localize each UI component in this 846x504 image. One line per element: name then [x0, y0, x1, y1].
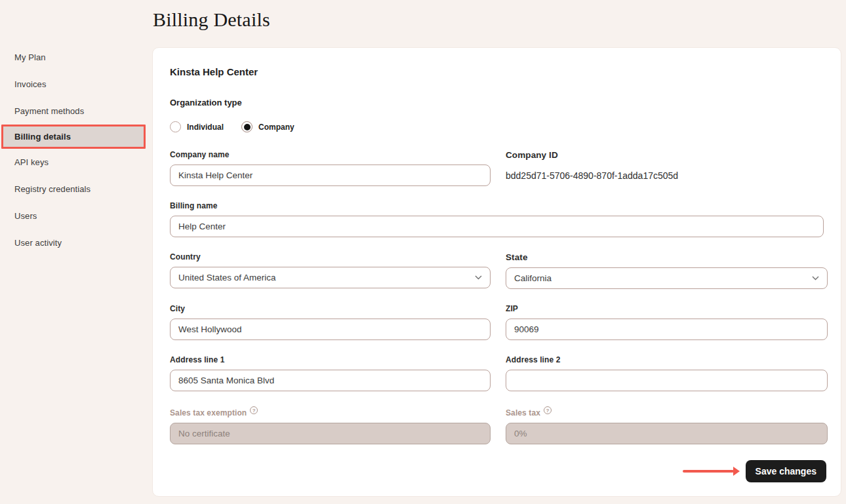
sidebar-item-billing-details[interactable]: Billing details — [1, 125, 146, 149]
zip-input[interactable] — [506, 319, 828, 340]
city-label: City — [170, 304, 491, 313]
radio-individual-label: Individual — [187, 123, 224, 132]
radio-company-label: Company — [258, 123, 294, 132]
address-line-2-label: Address line 2 — [506, 355, 828, 364]
sidebar-item-registry-credentials[interactable]: Registry credentials — [0, 176, 152, 203]
sidebar-item-api-keys[interactable]: API keys — [0, 149, 152, 176]
address-line-2-field-group: Address line 2 — [506, 355, 828, 391]
info-icon: ? — [544, 406, 552, 414]
state-select-value: California — [514, 273, 552, 283]
sales-tax-exemption-label: Sales tax exemption? — [170, 406, 491, 417]
company-name-input[interactable] — [170, 165, 491, 186]
radio-company[interactable] — [241, 121, 252, 132]
sales-tax-exemption-input — [170, 423, 491, 444]
billing-name-field-group: Billing name — [170, 201, 824, 237]
sidebar-item-invoices[interactable]: Invoices — [0, 71, 152, 98]
address-line-1-label: Address line 1 — [170, 355, 491, 364]
billing-name-label: Billing name — [170, 201, 824, 210]
state-field-group: State California — [506, 252, 828, 289]
organization-type-radio-group: Individual Company — [170, 121, 824, 132]
zip-field-group: ZIP — [506, 304, 828, 340]
sidebar-item-user-activity[interactable]: User activity — [0, 229, 152, 256]
radio-individual[interactable] — [170, 121, 181, 132]
chevron-down-icon — [812, 276, 819, 281]
sidebar-nav: My Plan Invoices Payment methods Billing… — [0, 44, 152, 256]
sidebar-item-my-plan[interactable]: My Plan — [0, 44, 152, 71]
sales-tax-field-group: Sales tax? — [506, 406, 828, 444]
sales-tax-input — [506, 423, 828, 444]
sidebar-item-payment-methods[interactable]: Payment methods — [0, 98, 152, 125]
zip-label: ZIP — [506, 304, 828, 313]
country-select[interactable]: United States of America — [170, 267, 491, 288]
billing-name-input[interactable] — [170, 216, 824, 237]
radio-option-company[interactable]: Company — [241, 121, 294, 132]
page-title: Billing Details — [153, 9, 270, 31]
address-line-2-input[interactable] — [506, 370, 828, 391]
company-id-label: Company ID — [506, 150, 828, 160]
billing-details-card: Kinsta Help Center Organization type Ind… — [152, 47, 841, 497]
annotation-arrow-icon — [683, 467, 740, 476]
state-select[interactable]: California — [506, 267, 828, 289]
country-select-value: United States of America — [178, 273, 276, 282]
organization-type-label: Organization type — [170, 98, 824, 107]
company-id-group: Company ID bdd25d71-5706-4890-870f-1adda… — [506, 150, 828, 186]
save-changes-button[interactable]: Save changes — [746, 460, 826, 482]
sales-tax-label: Sales tax? — [506, 406, 828, 417]
sales-tax-exemption-field-group: Sales tax exemption? — [170, 406, 491, 444]
country-label: Country — [170, 252, 491, 262]
country-field-group: Country United States of America — [170, 252, 491, 289]
company-id-value: bdd25d71-5706-4890-870f-1adda17c505d — [506, 170, 828, 181]
company-name-label: Company name — [170, 150, 491, 159]
chevron-down-icon — [475, 275, 482, 280]
sidebar: My Plan Invoices Payment methods Billing… — [0, 0, 152, 504]
address-line-1-field-group: Address line 1 — [170, 355, 491, 391]
city-input[interactable] — [170, 319, 491, 340]
sidebar-item-users[interactable]: Users — [0, 203, 152, 229]
company-heading: Kinsta Help Center — [170, 66, 824, 77]
info-icon: ? — [250, 406, 258, 414]
radio-option-individual[interactable]: Individual — [170, 121, 224, 132]
city-field-group: City — [170, 304, 491, 340]
company-name-field-group: Company name — [170, 150, 491, 186]
state-label: State — [506, 252, 828, 262]
save-row: Save changes — [683, 460, 826, 482]
address-line-1-input[interactable] — [170, 370, 491, 391]
